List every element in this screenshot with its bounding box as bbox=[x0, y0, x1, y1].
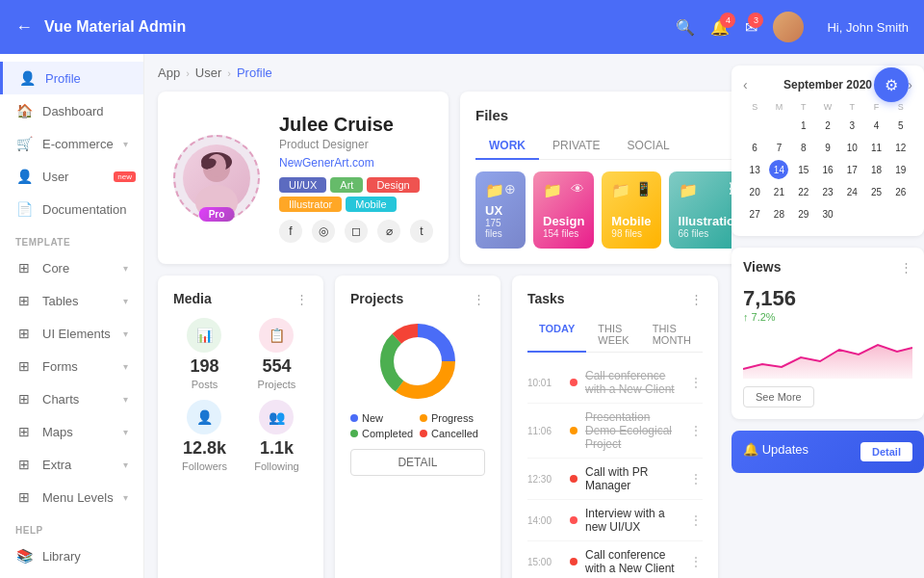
top-header: ← Vue Material Admin 🔍 🔔 4 ✉ 3 Hi, John … bbox=[0, 0, 924, 54]
cal-23[interactable]: 23 bbox=[818, 182, 837, 201]
sidebar-item-ecommerce[interactable]: 🛒 E-commerce ▾ bbox=[0, 127, 143, 160]
tab-this-month[interactable]: THIS MONTH bbox=[641, 318, 703, 353]
cal-26[interactable]: 26 bbox=[891, 182, 911, 201]
views-change: ↑ 7.2% bbox=[743, 311, 912, 323]
calendar-next[interactable]: › bbox=[908, 77, 912, 92]
media-menu[interactable]: ⋮ bbox=[295, 292, 308, 306]
gear-fab[interactable]: ⚙ bbox=[874, 67, 909, 102]
task-more-3[interactable]: ⋮ bbox=[689, 471, 703, 486]
views-menu[interactable]: ⋮ bbox=[900, 260, 912, 275]
breadcrumb-app[interactable]: App bbox=[158, 66, 180, 80]
back-button[interactable]: ← bbox=[15, 17, 33, 38]
avatar[interactable] bbox=[773, 12, 804, 42]
cal-11[interactable]: 11 bbox=[867, 138, 886, 157]
tab-social[interactable]: SOCIAL bbox=[614, 133, 683, 160]
profile-name: Julee Cruise bbox=[279, 114, 433, 136]
cal-24[interactable]: 24 bbox=[842, 182, 861, 201]
views-count: 7,156 bbox=[743, 286, 912, 311]
notifications-button[interactable]: 🔔 4 bbox=[710, 18, 730, 37]
folder-mobile[interactable]: 📁 📱 Mobile 98 files bbox=[602, 171, 660, 249]
cal-3[interactable]: 3 bbox=[842, 116, 861, 135]
sidebar-item-profile[interactable]: 👤 Profile bbox=[0, 62, 143, 94]
sidebar-item-maps[interactable]: ⊞ Maps ▾ bbox=[0, 415, 143, 448]
cal-27[interactable]: 27 bbox=[745, 204, 764, 223]
sidebar-item-library[interactable]: 📚 Library bbox=[0, 539, 143, 572]
tab-this-week[interactable]: THIS WEEK bbox=[586, 318, 640, 353]
cal-6[interactable]: 6 bbox=[745, 138, 764, 157]
sidebar-item-tables[interactable]: ⊞ Tables ▾ bbox=[0, 284, 143, 317]
task-more-4[interactable]: ⋮ bbox=[689, 512, 703, 528]
tab-today[interactable]: TODAY bbox=[527, 318, 586, 353]
task-more-5[interactable]: ⋮ bbox=[689, 554, 703, 569]
sidebar-item-documentation[interactable]: 📄 Documentation bbox=[0, 193, 143, 225]
cal-13[interactable]: 13 bbox=[745, 160, 764, 179]
cal-1[interactable]: 1 bbox=[794, 116, 813, 135]
cal-25[interactable]: 25 bbox=[867, 182, 886, 201]
profile-website[interactable]: NewGenerArt.com bbox=[279, 156, 374, 170]
folder-design-action: 👁 bbox=[571, 181, 584, 197]
docs-icon: 📄 bbox=[15, 201, 33, 217]
task-more-2[interactable]: ⋮ bbox=[689, 423, 703, 438]
search-button[interactable]: 🔍 bbox=[676, 18, 695, 37]
instagram-icon[interactable]: ◻ bbox=[345, 220, 368, 243]
cal-2[interactable]: 2 bbox=[818, 116, 837, 135]
cal-15[interactable]: 15 bbox=[794, 160, 813, 179]
detail-button[interactable]: DETAIL bbox=[350, 449, 485, 476]
tasks-title: Tasks bbox=[527, 291, 565, 306]
updates-detail-button[interactable]: Detail bbox=[860, 442, 912, 461]
folder-design[interactable]: 📁 👁 Design 154 files bbox=[533, 171, 594, 249]
cal-17[interactable]: 17 bbox=[842, 160, 861, 179]
cal-5[interactable]: 5 bbox=[891, 116, 911, 135]
dribbble-icon[interactable]: ◎ bbox=[312, 220, 335, 243]
sidebar-item-core[interactable]: ⊞ Core ▾ bbox=[0, 251, 143, 284]
facebook-icon[interactable]: f bbox=[279, 220, 302, 243]
cal-20[interactable]: 20 bbox=[745, 182, 764, 201]
cal-4[interactable]: 4 bbox=[867, 116, 886, 135]
task-more-1[interactable]: ⋮ bbox=[689, 375, 703, 390]
cal-12[interactable]: 12 bbox=[891, 138, 911, 157]
messages-button[interactable]: ✉ 3 bbox=[745, 18, 757, 37]
sidebar-item-forms[interactable]: ⊞ Forms ▾ bbox=[0, 350, 143, 382]
cal-19[interactable]: 19 bbox=[891, 160, 911, 179]
sidebar-item-charts[interactable]: ⊞ Charts ▾ bbox=[0, 382, 143, 415]
calendar-prev[interactable]: ‹ bbox=[743, 77, 748, 92]
cal-22[interactable]: 22 bbox=[794, 182, 813, 201]
cal-empty-4 bbox=[867, 204, 886, 223]
cal-16[interactable]: 16 bbox=[818, 160, 837, 179]
followers-label: Followers bbox=[173, 460, 236, 472]
cal-10[interactable]: 10 bbox=[842, 138, 861, 157]
cal-28[interactable]: 28 bbox=[769, 204, 788, 223]
right-panel: ‹ September 2020 › S M T W T F S 1 2 3 4… bbox=[732, 54, 924, 578]
projects-menu[interactable]: ⋮ bbox=[473, 292, 485, 306]
sidebar-label-documentation: Documentation bbox=[42, 202, 126, 217]
sidebar-item-dashboard[interactable]: 🏠 Dashboard bbox=[0, 94, 143, 127]
sidebar-item-user[interactable]: 👤 User new ▾ bbox=[0, 160, 143, 193]
cal-18[interactable]: 18 bbox=[867, 160, 886, 179]
chevron-icon: ▾ bbox=[123, 492, 128, 503]
cal-29[interactable]: 29 bbox=[794, 204, 813, 223]
sidebar-item-extra[interactable]: ⊞ Extra ▾ bbox=[0, 448, 143, 481]
sidebar-item-menu-levels[interactable]: ⊞ Menu Levels ▾ bbox=[0, 481, 143, 513]
tasks-menu[interactable]: ⋮ bbox=[690, 292, 703, 306]
github-icon[interactable]: ⌀ bbox=[377, 220, 400, 243]
tab-private[interactable]: PRIVATE bbox=[539, 133, 614, 160]
breadcrumb-user[interactable]: User bbox=[195, 66, 221, 80]
cal-7[interactable]: 7 bbox=[769, 138, 788, 157]
cal-9[interactable]: 9 bbox=[818, 138, 837, 157]
twitter-icon[interactable]: t bbox=[410, 220, 433, 243]
folder-ux[interactable]: 📁 ⊕ UX 175 files bbox=[475, 171, 526, 249]
tasks-card: Tasks ⋮ TODAY THIS WEEK THIS MONTH 10:01… bbox=[512, 276, 718, 578]
cal-8[interactable]: 8 bbox=[794, 138, 813, 157]
sidebar-item-ui-elements[interactable]: ⊞ UI Elements ▾ bbox=[0, 317, 143, 350]
cal-14-today[interactable]: 14 bbox=[769, 160, 788, 179]
tag-art: Art bbox=[330, 177, 363, 193]
avatar-container: Pro bbox=[173, 135, 260, 222]
tab-work[interactable]: WORK bbox=[475, 133, 539, 160]
cal-21[interactable]: 21 bbox=[769, 182, 788, 201]
see-more-button[interactable]: See More bbox=[743, 386, 814, 407]
cal-30[interactable]: 30 bbox=[818, 204, 837, 223]
sidebar-item-support[interactable]: 🎧 Support bbox=[0, 572, 143, 578]
projects-icon: 📋 bbox=[259, 318, 294, 353]
folder-illustration[interactable]: 📁 🖼 Illustration 66 files bbox=[669, 171, 732, 249]
legend-new: New bbox=[350, 412, 416, 424]
